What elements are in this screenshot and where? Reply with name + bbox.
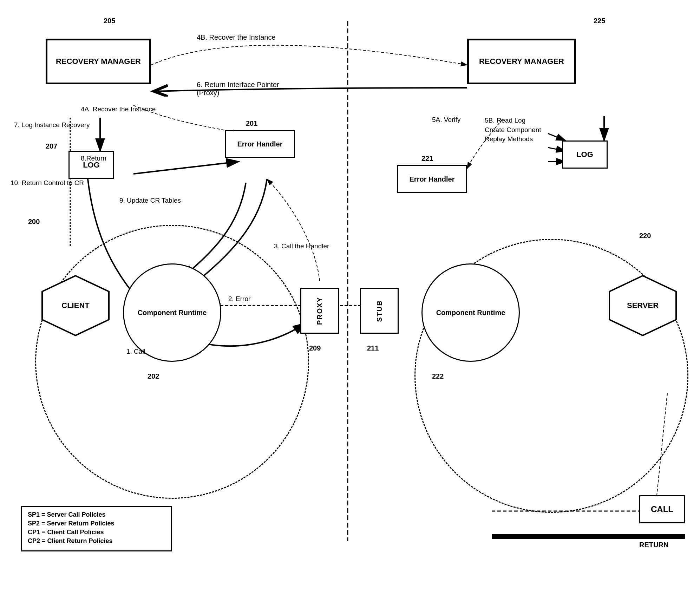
- stub-box: STUB: [360, 288, 399, 334]
- return-legend-label: RETURN: [639, 541, 668, 549]
- ref-211: 211: [367, 344, 379, 352]
- svg-line-4: [133, 162, 239, 174]
- recovery-manager-left: RECOVERY MANAGER: [46, 39, 151, 84]
- svg-line-7: [548, 133, 565, 140]
- step-5b-label: 5B. Read Log Create Component Replay Met…: [485, 116, 541, 144]
- legend-box: SP1 = Server Call Policies SP2 = Server …: [21, 506, 172, 551]
- ref-207: 207: [46, 142, 57, 150]
- return-line-legend: [492, 534, 685, 537]
- recovery-manager-right: RECOVERY MANAGER: [467, 39, 576, 84]
- ref-201: 201: [246, 119, 257, 128]
- step-5a-label: 5A. Verify: [432, 116, 460, 124]
- step-6-label: 6. Return Interface Pointer (Proxy): [197, 81, 279, 97]
- svg-text:CLIENT: CLIENT: [61, 301, 90, 310]
- diagram-container: 205 225 RECOVERY MANAGER RECOVERY MANAGE…: [0, 0, 700, 608]
- proxy-box: PROXY: [300, 288, 339, 334]
- ref-225: 225: [594, 17, 605, 25]
- step-10-label: 10. Return Control to CR: [11, 179, 84, 187]
- ref-221: 221: [421, 155, 433, 163]
- svg-text:SERVER: SERVER: [627, 301, 659, 310]
- ref-202: 202: [148, 372, 159, 380]
- step-4b-label: 4B. Recover the Instance: [197, 33, 276, 41]
- step-4a-label: 4A. Recover the Instance: [81, 105, 156, 113]
- legend-sp1: SP1 = Server Call Policies: [28, 511, 165, 518]
- ref-200: 200: [28, 218, 40, 226]
- call-legend-box: CALL: [639, 495, 685, 523]
- legend-sp2: SP2 = Server Return Policies: [28, 520, 165, 527]
- ref-220: 220: [639, 232, 651, 240]
- step-7-label: 7. Log Instance Recovery: [14, 121, 90, 129]
- ref-205: 205: [104, 17, 115, 25]
- server-hexagon: SERVER: [608, 274, 678, 337]
- call-dashed-line-legend: [492, 508, 639, 515]
- ref-222: 222: [432, 372, 444, 380]
- ref-209: 209: [309, 344, 321, 352]
- error-handler-left: Error Handler: [225, 130, 295, 158]
- component-runtime-right: Component Runtime: [421, 263, 520, 362]
- component-runtime-left: Component Runtime: [123, 263, 221, 362]
- error-handler-right: Error Handler: [397, 165, 467, 193]
- legend-cp2: CP2 = Client Return Policies: [28, 537, 165, 545]
- step-1-label: 1. Call: [126, 348, 145, 355]
- client-hexagon: CLIENT: [40, 274, 111, 337]
- legend-cp1: CP1 = Client Call Policies: [28, 529, 165, 536]
- step-9-label: 9. Update CR Tables: [119, 197, 181, 204]
- step-8-label: 8.Return: [81, 155, 106, 162]
- step-2-label: 2. Error: [228, 295, 250, 303]
- log-right: LOG: [562, 140, 608, 169]
- step-3-label: 3. Call the Handler: [274, 242, 329, 250]
